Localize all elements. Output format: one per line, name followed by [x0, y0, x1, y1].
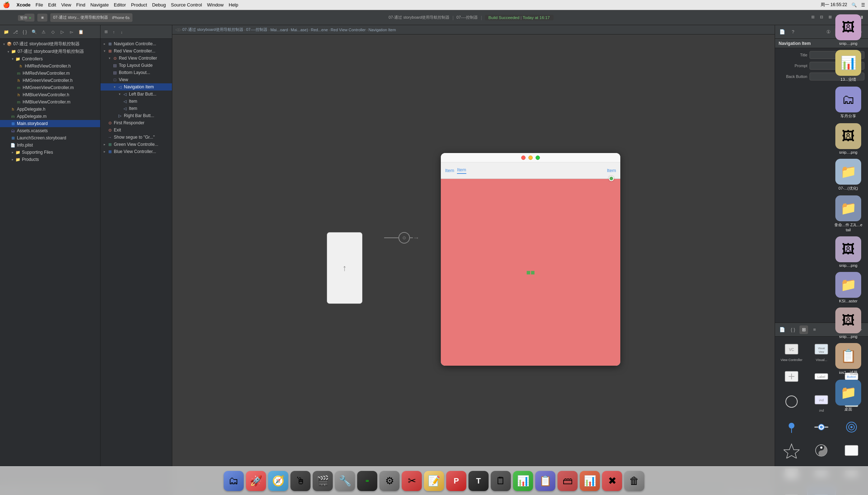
desktop-icon-3[interactable]: 🗂 车丹分享	[835, 87, 861, 119]
breadcrumb-5[interactable]: Red...ene	[311, 28, 328, 32]
menu-view[interactable]: View	[61, 2, 71, 8]
obj-viewcontroller[interactable]: VC View Controller	[777, 339, 806, 365]
dock-chart[interactable]: 📊	[513, 471, 533, 491]
tree-item1[interactable]: ◁ Item	[101, 98, 172, 105]
tree-item-controllers[interactable]: ▾ 📁 Controllers	[0, 55, 100, 63]
desktop-icon-7[interactable]: 🖼 snip....png	[835, 236, 861, 268]
git-icon[interactable]: ⎇	[11, 28, 19, 36]
editor-standard-icon[interactable]: ⊞	[809, 14, 816, 20]
help-inspector-tab[interactable]: ?	[789, 28, 797, 36]
obj-grid-tab[interactable]: ⊞	[799, 325, 808, 334]
breakpoint-icon[interactable]: ▻	[67, 28, 75, 36]
canvas-scroll[interactable]: ↑ ⊙ →	[172, 34, 775, 484]
dock-mouse[interactable]: 🖱	[290, 471, 311, 491]
storyboard-nav-icon1[interactable]: ⊞	[103, 29, 109, 35]
menu-edit[interactable]: Edit	[48, 2, 56, 8]
dock-finder[interactable]: 🗂	[224, 471, 244, 491]
desktop-icon-2[interactable]: 📊 13...业绩	[835, 50, 861, 82]
menu-help[interactable]: Help	[229, 2, 238, 8]
dock-notes[interactable]: 📝	[424, 471, 444, 491]
menubar-menu-icon[interactable]: ☰	[861, 3, 865, 8]
desktop-icon-1[interactable]: 🖼 snip....png	[835, 14, 861, 46]
symbol-icon[interactable]: { }	[21, 28, 29, 36]
tree-view[interactable]: □ View	[101, 76, 172, 83]
dock-settings[interactable]: ⚙	[379, 471, 400, 491]
breadcrumb-2[interactable]: 07----控制器	[246, 27, 268, 32]
tree-item-assets[interactable]: 🗂 Assets.xcassets	[0, 127, 100, 134]
tree-show-segue[interactable]: → Show segue to "Gr..."	[101, 134, 172, 141]
nav-right-item[interactable]: Item	[607, 168, 616, 173]
tree-exit[interactable]: ⊙ Exit	[101, 126, 172, 134]
obj-blank1[interactable]	[837, 440, 866, 462]
obj-slider[interactable]	[807, 417, 836, 439]
desktop-icon-11[interactable]: 📁 桌面	[835, 380, 861, 412]
tree-item-main-storyboard[interactable]: ⊞ Main.storyboard	[0, 120, 100, 127]
desktop-icon-4[interactable]: 🖼 snip....png	[835, 123, 861, 154]
tree-item-appdelegate-h[interactable]: h AppDelegate.h	[0, 106, 100, 113]
menu-find[interactable]: Find	[76, 2, 85, 8]
tree-bottom-layout[interactable]: ▤ Bottom Layout...	[101, 69, 172, 76]
dock-trash[interactable]: 🗑	[624, 471, 644, 491]
dock-terminal[interactable]: ⌨	[357, 471, 377, 491]
tree-red-vc[interactable]: ▾ ⊙ Red View Controller	[101, 55, 172, 62]
obj-list-tab[interactable]: ≡	[810, 325, 819, 334]
dock-tools[interactable]: 🔧	[335, 471, 355, 491]
search-nav-icon[interactable]: 🔍	[30, 28, 38, 36]
tree-blue-vc[interactable]: ▸ ⊞ Blue View Controller...	[101, 148, 172, 155]
dock-launchpad[interactable]: 🚀	[246, 471, 266, 491]
menu-source-control[interactable]: Source Control	[171, 2, 202, 8]
menu-product[interactable]: Product	[131, 2, 147, 8]
tree-item-launch-storyboard[interactable]: ⊞ LaunchScreen.storyboard	[0, 134, 100, 142]
dock-t-app[interactable]: T	[468, 471, 489, 491]
file-inspector-tab[interactable]: 📄	[778, 28, 787, 36]
menu-navigate[interactable]: Navigate	[90, 2, 109, 8]
tree-item-hmblue-m[interactable]: m HMBlueViewController.m	[0, 98, 100, 106]
obj-target[interactable]	[837, 417, 866, 439]
dock-xmind[interactable]: ✂	[402, 471, 422, 491]
breadcrumb-7[interactable]: Navigation Item	[368, 28, 396, 32]
tree-item-supporting[interactable]: ▸ 📁 Supporting Files	[0, 149, 100, 156]
menu-file[interactable]: File	[36, 2, 43, 8]
tree-nav-item[interactable]: ▾ ◁ Navigation Item	[101, 83, 172, 91]
desktop-icon-10[interactable]: 📋 ios1...试题	[835, 343, 861, 375]
menu-xcode[interactable]: Xcode	[17, 2, 31, 8]
tree-item-products[interactable]: ▸ 📁 Products	[0, 156, 100, 163]
folder-icon[interactable]: 📁	[2, 28, 10, 36]
obj-file-tab[interactable]: 📄	[778, 325, 787, 334]
tree-top-layout[interactable]: ▤ Top Layout Guide	[101, 62, 172, 69]
debug-nav-icon[interactable]: ▷	[58, 28, 66, 36]
tree-item-project[interactable]: ▾ 📦 07-通过 storyboard使用导航控制器	[0, 40, 100, 48]
tree-green-vc[interactable]: ▸ ⊞ Green View Controlle...	[101, 141, 172, 148]
menu-window[interactable]: Window	[207, 2, 224, 8]
issue-icon[interactable]: ⚠	[39, 28, 47, 36]
dock-p-app[interactable]: P	[446, 471, 466, 491]
tree-item-hmred-h[interactable]: h HMRedViewController.h	[0, 63, 100, 70]
obj-extend[interactable]	[777, 366, 806, 388]
obj-brace-tab[interactable]: { }	[789, 325, 797, 334]
editor-assistant-icon[interactable]: ⊟	[818, 14, 825, 20]
nav-left-item2[interactable]: Item	[457, 167, 466, 174]
menubar-search-icon[interactable]: 🔍	[851, 3, 857, 8]
tree-item-hmblue-h[interactable]: h HMBlueViewController.h	[0, 91, 100, 98]
dock-archive[interactable]: 🗃	[557, 471, 578, 491]
dock-clipboard[interactable]: 📋	[535, 471, 555, 491]
dock-slides[interactable]: 📊	[580, 471, 600, 491]
storyboard-nav-icon2[interactable]: ↑	[111, 29, 117, 35]
desktop-icon-9[interactable]: 🖼 snip....png	[835, 307, 861, 339]
log-icon[interactable]: 📋	[77, 28, 85, 36]
storyboard-nav-icon3[interactable]: ↓	[118, 29, 125, 35]
obj-ying[interactable]	[807, 440, 836, 462]
scheme-selector[interactable]: 07-通过 story... 使用导航控制器 | iPhone 6s	[50, 13, 132, 22]
tree-item-appdelegate-m[interactable]: m AppDelegate.m	[0, 113, 100, 120]
obj-circle1[interactable]	[777, 389, 806, 415]
tree-item-project2[interactable]: ▾ 📁 07-通过 storyboard使用导航控制器	[0, 48, 100, 55]
tree-right-bar-btn[interactable]: ▷ Right Bar Butt...	[101, 112, 172, 119]
tree-item2[interactable]: ◁ Item	[101, 105, 172, 112]
obj-pin2[interactable]	[777, 440, 806, 462]
desktop-icon-8[interactable]: 📁 KSI...aster	[835, 272, 861, 303]
breadcrumb-3[interactable]: Mai...oard	[270, 28, 288, 32]
tree-item-hmgreen-h[interactable]: h HMGreenViewController.h	[0, 77, 100, 84]
menu-editor[interactable]: Editor	[114, 2, 126, 8]
nav-left-item1[interactable]: Item	[445, 168, 454, 173]
tree-red-vc-group[interactable]: ▾ ⊞ Red View Controller...	[101, 47, 172, 55]
